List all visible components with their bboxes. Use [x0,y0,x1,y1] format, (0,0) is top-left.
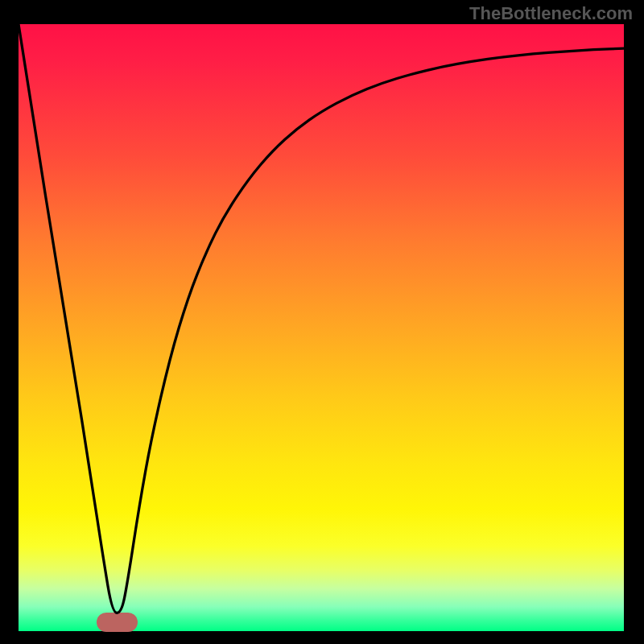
watermark-text: TheBottleneck.com [469,3,633,24]
bottleneck-curve-line [19,24,624,613]
chart-plot-area [19,24,624,631]
curve-svg [19,24,624,631]
